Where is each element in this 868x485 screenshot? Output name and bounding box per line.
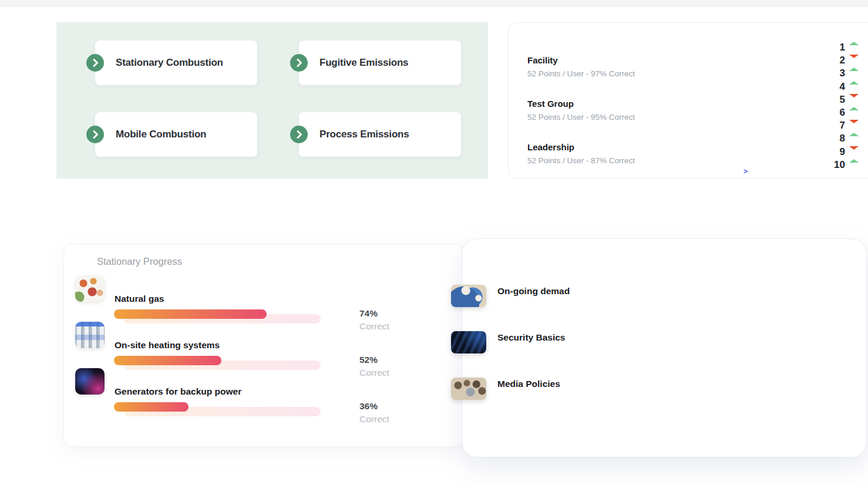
rank-number: 5 <box>829 94 845 106</box>
rank-row: 3 <box>829 67 859 80</box>
topic-card[interactable]: Fugitive Emissions <box>299 41 461 85</box>
trend-arrow-icon <box>849 68 859 71</box>
course-label: On-going demad <box>497 286 570 297</box>
rank-list: 1 2 3 4 5 6 <box>829 41 859 171</box>
group-name: Test Group <box>527 98 635 109</box>
trend-arrow-icon <box>849 146 859 150</box>
leaderboard-card: Facility 52 Points / User - 97% Correct … <box>508 22 868 178</box>
rank-row: 2 <box>829 54 859 67</box>
topic-card[interactable]: Stationary Combustion <box>95 41 257 85</box>
course-thumbnail <box>451 331 486 353</box>
percent-value: 36% <box>359 400 430 413</box>
trend-arrow-icon <box>849 107 859 110</box>
rank-number: 7 <box>829 120 845 132</box>
progress-row: Generators for backup power 36% Correct <box>64 368 463 415</box>
stationary-progress-card: Stationary Progress Natural gas 74% Corr… <box>63 244 464 447</box>
percent-correct: 36% Correct <box>359 400 430 426</box>
trend-arrow-icon <box>849 159 859 163</box>
trend-arrow-icon <box>849 42 859 45</box>
progress-rows: Natural gas 74% Correct On-site heating … <box>64 275 463 415</box>
chevron-right-icon <box>290 54 308 72</box>
topic-label: Stationary Combustion <box>116 57 223 69</box>
topic-thumbnail <box>75 322 105 348</box>
course-thumbnail <box>451 378 486 400</box>
rank-number: 3 <box>829 68 845 79</box>
trend-arrow-icon <box>849 81 859 85</box>
group-name: Facility <box>527 55 635 66</box>
course-row: Security Basics <box>462 331 866 378</box>
trend-arrow-icon <box>849 120 859 123</box>
card-title: Stationary Progress <box>97 256 182 267</box>
courses-progress-card: On-going demad Security Basics Media Pol… <box>462 238 867 457</box>
course-progress-bar <box>497 348 856 356</box>
rank-number: 10 <box>829 159 845 171</box>
course-progress-bar <box>497 302 856 310</box>
leaderboard-entry: Leadership 52 Points / User - 87% Correc… <box>527 142 635 166</box>
topic-label: Process Emissions <box>319 129 409 140</box>
rank-number: 9 <box>829 146 845 158</box>
trend-arrow-icon <box>849 133 859 136</box>
more-link[interactable]: > <box>743 167 748 176</box>
progress-bar-fill <box>114 309 267 319</box>
progress-label: On-site heating systems <box>115 340 220 351</box>
group-name: Leadership <box>527 142 635 153</box>
rank-row: 1 <box>829 41 859 54</box>
leaderboard-entries: Facility 52 Points / User - 97% Correct … <box>527 55 635 185</box>
rank-row: 9 <box>829 146 859 159</box>
rank-number: 8 <box>829 133 845 144</box>
topic-card[interactable]: Mobile Combustion <box>95 112 257 157</box>
rank-row: 7 <box>829 119 859 132</box>
rank-row: 10 <box>829 159 859 171</box>
rank-number: 6 <box>829 107 845 119</box>
progress-row: Natural gas 74% Correct <box>64 275 463 322</box>
course-row: On-going demad <box>462 285 866 331</box>
topic-label: Mobile Combustion <box>116 129 206 140</box>
percent-value: 52% <box>359 353 430 366</box>
rank-number: 2 <box>829 55 845 66</box>
leaderboard-entry: Test Group 52 Points / User - 95% Correc… <box>527 98 635 122</box>
progress-bar <box>114 402 321 417</box>
progress-bar-fill <box>114 402 189 412</box>
progress-row: On-site heating systems 52% Correct <box>64 322 463 368</box>
rank-row: 8 <box>829 132 859 145</box>
trend-arrow-icon <box>849 55 859 58</box>
chevron-right-icon <box>290 126 308 143</box>
progress-label: Generators for backup power <box>115 386 241 397</box>
topic-thumbnail <box>75 275 105 302</box>
rank-number: 1 <box>829 42 845 53</box>
course-row: Media Policies <box>462 378 866 424</box>
topics-panel: Stationary Combustion Fugitive Emissions… <box>56 22 488 178</box>
topic-label: Fugitive Emissions <box>319 57 408 69</box>
progress-label: Natural gas <box>115 294 164 304</box>
trend-arrow-icon <box>849 94 859 97</box>
group-score: 52 Points / User - 87% Correct <box>527 156 635 166</box>
leaderboard-entry: Facility 52 Points / User - 97% Correct <box>527 55 635 79</box>
percent-value: 74% <box>359 307 430 320</box>
rank-number: 4 <box>829 81 845 93</box>
group-score: 52 Points / User - 97% Correct <box>527 69 635 79</box>
course-label: Security Basics <box>497 332 565 343</box>
chevron-right-icon <box>86 126 104 143</box>
course-thumbnail <box>451 285 486 307</box>
rank-row: 5 <box>829 93 859 106</box>
course-rows: On-going demad Security Basics Media Pol… <box>462 285 866 424</box>
correct-label: Correct <box>359 413 430 426</box>
progress-bar-fill <box>114 356 221 365</box>
chevron-right-icon <box>86 54 104 72</box>
group-score: 52 Points / User - 95% Correct <box>527 112 635 122</box>
topic-thumbnail <box>75 368 105 395</box>
course-progress-bar <box>497 395 856 403</box>
course-label: Media Policies <box>497 379 560 389</box>
rank-row: 4 <box>829 80 859 93</box>
rank-row: 6 <box>829 106 859 119</box>
topic-card[interactable]: Process Emissions <box>299 112 461 157</box>
top-strip <box>0 0 868 6</box>
